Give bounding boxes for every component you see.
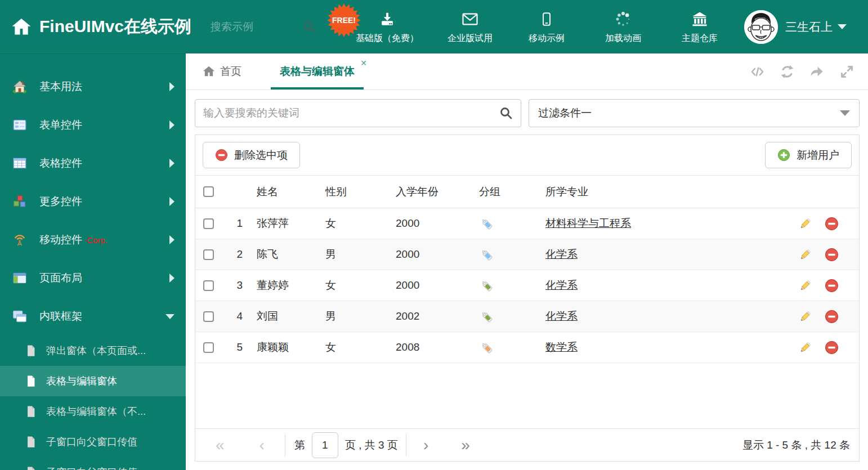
file-icon: [25, 405, 37, 418]
major-link[interactable]: 化学系: [545, 248, 578, 260]
delete-selected-button[interactable]: 删除选中项: [203, 142, 300, 168]
major-link[interactable]: 材料科学与工程系: [545, 217, 631, 229]
cell-gender: 男: [325, 309, 396, 324]
avatar[interactable]: [744, 10, 778, 44]
cell-gender: 男: [325, 247, 396, 262]
user-name[interactable]: 三生石上: [785, 19, 833, 35]
row-number: 2: [223, 248, 243, 261]
row-checkbox[interactable]: [203, 311, 214, 322]
grid-panel: 删除选中项 新增用户: [195, 135, 860, 462]
bank-icon: [691, 10, 709, 28]
table-row: 5康颖颖女2008数学系: [195, 332, 859, 363]
first-page-icon[interactable]: «: [216, 437, 225, 453]
keyword-search-input[interactable]: [203, 107, 499, 119]
delete-icon[interactable]: [825, 279, 839, 293]
edit-icon[interactable]: [798, 248, 812, 262]
cell-year: 2000: [396, 279, 479, 292]
edit-icon[interactable]: [798, 341, 812, 355]
chevron-right-icon: [169, 235, 175, 244]
tab-close-icon[interactable]: ✕: [360, 59, 367, 68]
nav-item-mobile-demo[interactable]: 移动示例: [521, 10, 572, 44]
major-link[interactable]: 化学系: [545, 279, 578, 291]
add-user-button[interactable]: 新增用户: [765, 142, 852, 168]
major-link[interactable]: 数学系: [545, 341, 578, 353]
tab-home[interactable]: 首页: [203, 53, 241, 89]
delete-icon[interactable]: [825, 217, 839, 231]
sidebar-item-inline-frame[interactable]: 内联框架: [0, 297, 186, 335]
row-number: 4: [223, 310, 243, 323]
cell-gender: 女: [325, 278, 396, 293]
main-area: 首页 表格与编辑窗体 ✕: [186, 53, 868, 470]
select-all-checkbox[interactable]: [203, 186, 214, 197]
corp-badge: Corp.: [87, 235, 108, 245]
edit-icon[interactable]: [798, 310, 812, 324]
header: FineUIMvc在线示例 FREE!基础版（免费）企业版试用移动示例加载动画主…: [0, 0, 868, 53]
filter-dropdown[interactable]: 过滤条件一: [529, 99, 860, 127]
tab-home-icon: [203, 65, 215, 78]
col-group: 分组: [479, 185, 545, 199]
spinner-icon: [615, 10, 632, 28]
cell-name: 张萍萍: [243, 216, 325, 231]
nav-item-enterprise-trial[interactable]: 企业版试用: [445, 10, 495, 44]
last-page-icon[interactable]: »: [461, 437, 470, 453]
search-icon[interactable]: [303, 20, 316, 34]
nav-item-label: 主题仓库: [682, 33, 718, 44]
row-checkbox[interactable]: [203, 342, 214, 353]
cell-gender: 女: [325, 216, 396, 231]
nav-item-theme-store[interactable]: 主题仓库: [674, 10, 725, 44]
sidebar-item-label: 页面布局: [39, 271, 82, 285]
user-menu[interactable]: 三生石上: [744, 10, 847, 44]
sidebar-subitem-grid-edit-window-2[interactable]: 表格与编辑窗体（不...: [0, 396, 186, 427]
sidebar-subitem-grid-edit-window[interactable]: 表格与编辑窗体: [0, 366, 186, 396]
row-checkbox[interactable]: [203, 280, 214, 291]
file-icon: [25, 436, 37, 448]
keyword-search-icon[interactable]: [499, 106, 513, 120]
next-page-icon[interactable]: ›: [423, 437, 428, 453]
sidebar-item-form-controls[interactable]: 表单控件: [0, 106, 186, 144]
tab-home-label: 首页: [220, 64, 241, 79]
delete-icon[interactable]: [825, 341, 839, 355]
row-checkbox[interactable]: [203, 218, 214, 229]
share-icon[interactable]: [809, 64, 825, 79]
sidebar-item-page-layout[interactable]: 页面布局: [0, 259, 186, 297]
home-logo-icon[interactable]: [11, 17, 32, 37]
delete-icon[interactable]: [825, 310, 839, 324]
sidebar-subitem-child-to-parent-2[interactable]: 子窗口向父窗口传值...: [0, 457, 186, 470]
delete-icon[interactable]: [825, 248, 839, 262]
cell-name: 康颖颖: [243, 340, 325, 355]
sidebar-item-mobile-controls[interactable]: 移动控件Corp.: [0, 221, 186, 259]
major-link[interactable]: 化学系: [545, 310, 578, 322]
tab-active-label: 表格与编辑窗体: [280, 64, 355, 79]
cell-year: 2000: [396, 248, 479, 261]
tab-grid-edit-window[interactable]: 表格与编辑窗体 ✕: [271, 53, 364, 89]
expand-icon[interactable]: [839, 64, 854, 79]
sidebar-subitem-child-to-parent[interactable]: 子窗口向父窗口传值: [0, 427, 186, 457]
table-body: 1张萍萍女2000材料科学与工程系2陈飞男2000化学系3董婷婷女2000化学系…: [195, 208, 859, 363]
sidebar-item-label: 基本用法: [39, 79, 82, 94]
sidebar-item-label: 内联框架: [39, 309, 82, 324]
sidebar-subitem-popup-window[interactable]: 弹出窗体（本页面或...: [0, 335, 186, 366]
minus-circle-icon: [215, 149, 228, 162]
tab-strip-tools: [750, 53, 854, 89]
header-search-input[interactable]: [211, 21, 295, 33]
col-name: 姓名: [243, 185, 325, 199]
table-row: 4刘国男2002化学系: [195, 301, 859, 332]
sidebar-item-basic-usage[interactable]: 基本用法: [0, 68, 186, 106]
row-checkbox[interactable]: [203, 249, 214, 260]
nav-item-loading-anim[interactable]: 加载动画: [598, 10, 648, 44]
sidebar-item-label: 表单控件: [39, 118, 82, 132]
page-number-input[interactable]: [312, 432, 338, 458]
prev-page-icon[interactable]: ‹: [259, 437, 265, 453]
sidebar-subitem-label: 子窗口向父窗口传值: [46, 435, 137, 449]
pagination-summary: 显示 1 - 5 条 , 共 12 条: [742, 438, 859, 453]
sidebar-item-grid-controls[interactable]: 表格控件: [0, 144, 186, 182]
cell-name: 董婷婷: [243, 278, 325, 293]
sidebar-subitem-label: 子窗口向父窗口传值...: [46, 465, 146, 470]
nav-item-basic-free[interactable]: FREE!基础版（免费）: [356, 10, 419, 44]
sidebar-item-more-controls[interactable]: 更多控件: [0, 182, 186, 221]
source-code-icon[interactable]: [750, 64, 765, 79]
refresh-icon[interactable]: [780, 64, 795, 79]
edit-icon[interactable]: [798, 279, 812, 293]
edit-icon[interactable]: [798, 217, 812, 231]
file-icon: [25, 344, 37, 357]
